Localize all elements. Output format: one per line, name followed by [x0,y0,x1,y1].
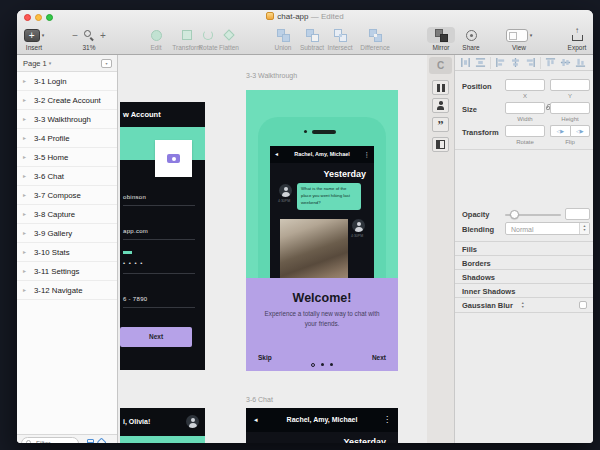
craft-type-button[interactable]: ” [432,117,449,132]
align-top-icon[interactable] [545,57,556,68]
gaussian-blur-section[interactable]: Gaussian Blur ▲▼ [455,297,593,313]
artboard-chat[interactable]: ◂ Rachel, Amy, Michael ⋮ Yesterday [246,408,398,443]
sidebar-item-navigate[interactable]: ▸3-12 Navigate [17,281,117,300]
borders-section[interactable]: Borders [455,255,593,269]
craft-duplicate-button[interactable] [432,80,449,95]
grid-view-icon[interactable] [87,439,94,443]
distribute-vertically-icon[interactable] [475,57,486,68]
align-bottom-icon[interactable] [575,57,586,68]
view-icon [506,29,528,42]
zoom-control[interactable]: − + 31% [67,27,111,51]
flatten-button[interactable]: Flatten [213,27,245,51]
avatar [352,219,365,232]
insert-button[interactable]: +▾ Insert [19,27,49,51]
zoom-in-button[interactable]: + [100,30,106,41]
sidebar-item-chat[interactable]: ▸3-6 Chat [17,167,117,186]
difference-button[interactable]: Difference [355,27,395,51]
close-window-button[interactable] [24,14,31,21]
edit-button[interactable]: Edit [145,27,167,51]
craft-toggle-button[interactable]: C [429,57,452,74]
sidebar-item-create-account[interactable]: ▸3-2 Create Account [17,91,117,110]
sidebar-item-home[interactable]: ▸3-5 Home [17,148,117,167]
disclosure-triangle-icon[interactable]: ▸ [23,211,26,218]
avatar [186,415,199,428]
craft-stock-button[interactable] [432,98,449,113]
artboard-label-walkthrough[interactable]: 3-3 Walkthrough [246,72,297,79]
craft-layout-button[interactable] [432,137,449,152]
export-button[interactable]: ↑ Export [563,27,591,51]
export-icon: ↑ [572,29,583,41]
view-button[interactable]: ▾ View [503,27,535,51]
fills-section[interactable]: Fills [455,241,593,255]
photo-upload-box[interactable] [155,140,192,177]
disclosure-triangle-icon[interactable]: ▸ [23,78,26,85]
transform-rotate-field[interactable] [505,125,545,137]
share-button[interactable]: Share [457,27,485,51]
union-button[interactable]: Union [269,27,297,51]
design-canvas[interactable]: w Account obinson app.com • • • • 6 - 78… [118,55,427,443]
sidebar-item-capture[interactable]: ▸3-8 Capture [17,205,117,224]
flip-vertical-button[interactable]: ◁▶ [570,125,591,137]
pencil-icon[interactable] [97,438,107,443]
craft-plugin-strip: C ” [427,55,455,443]
opacity-value-field[interactable] [565,208,590,220]
page-selector[interactable]: Page 1▾ ▾ [17,55,117,72]
disclosure-triangle-icon[interactable]: ▸ [23,192,26,199]
position-x-field[interactable] [505,79,545,91]
artboard-home[interactable]: i, Olivia! [120,408,205,443]
titlebar[interactable]: chat-app — Edited [17,10,593,24]
welcome-title: Welcome! [246,291,398,305]
artboard-label-chat[interactable]: 3-6 Chat [246,396,273,403]
chat-title: Rachel, Amy, Michael [246,416,398,423]
disclosure-triangle-icon[interactable]: ▸ [23,116,26,123]
sidebar-item-compose[interactable]: ▸3-7 Compose [17,186,117,205]
intersect-button[interactable]: Intersect [323,27,357,51]
page-list-toggle-button[interactable]: ▾ [101,59,112,68]
sidebar-item-stats[interactable]: ▸3-10 Stats [17,243,117,262]
welcome-panel[interactable]: Welcome! Experience a totally new way to… [246,278,398,371]
disclosure-triangle-icon[interactable]: ▸ [23,154,26,161]
sidebar-item-walkthrough[interactable]: ▸3-3 Walkthrough [17,110,117,129]
align-middle-icon[interactable] [560,57,571,68]
position-y-field[interactable] [550,79,590,91]
opacity-slider-knob[interactable] [510,210,519,219]
size-height-field[interactable] [550,102,590,114]
align-center-horizontal-icon[interactable] [510,57,521,68]
align-right-icon[interactable] [525,57,536,68]
disclosure-triangle-icon[interactable]: ▸ [23,135,26,142]
disclosure-triangle-icon[interactable]: ▸ [23,173,26,180]
zoom-out-button[interactable]: − [72,30,78,41]
align-left-icon[interactable] [495,57,506,68]
disclosure-triangle-icon[interactable]: ▸ [23,249,26,256]
next-button[interactable]: Next [372,354,386,361]
artboard-create-account[interactable]: w Account obinson app.com • • • • 6 - 78… [120,102,205,370]
disclosure-triangle-icon[interactable]: ▸ [23,230,26,237]
toolbar: +▾ Insert − + 31% Edit [17,24,593,55]
blending-value: Normal [511,226,534,233]
sidebar-item-profile[interactable]: ▸3-4 Profile [17,129,117,148]
stepper-icon[interactable]: ▲▼ [521,302,524,309]
field-divider [123,205,195,206]
zoom-window-button[interactable] [46,14,53,21]
message-timestamp: 4:30PM [278,199,290,203]
inner-shadows-section[interactable]: Inner Shadows [455,283,593,297]
artboard-walkthrough[interactable]: ◂ Rachel, Amy, Michael ⋮ Yesterday 4:30P… [246,90,398,371]
next-button[interactable]: Next [120,327,192,347]
mirror-button[interactable]: Mirror [427,27,455,51]
size-width-field[interactable] [505,102,545,114]
chat-header: ◂ Rachel, Amy, Michael ⋮ [270,146,374,163]
disclosure-triangle-icon[interactable]: ▸ [23,287,26,294]
sidebar-item-login[interactable]: ▸3-1 Login [17,72,117,91]
flip-horizontal-button[interactable]: ◁▶ [550,125,570,137]
disclosure-triangle-icon[interactable]: ▸ [23,97,26,104]
distribute-horizontally-icon[interactable] [460,57,471,68]
gaussian-blur-checkbox[interactable] [579,301,587,309]
sidebar-item-gallery[interactable]: ▸3-9 Gallery [17,224,117,243]
sidebar-item-settings[interactable]: ▸3-11 Settings [17,262,117,281]
blending-dropdown[interactable]: Normal ▲▼ [505,222,590,235]
shadows-section[interactable]: Shadows [455,269,593,283]
disclosure-triangle-icon[interactable]: ▸ [23,268,26,275]
size-label: Size [462,105,477,114]
minimize-window-button[interactable] [35,14,42,21]
photo-timestamp: 4:30PM [351,234,363,238]
